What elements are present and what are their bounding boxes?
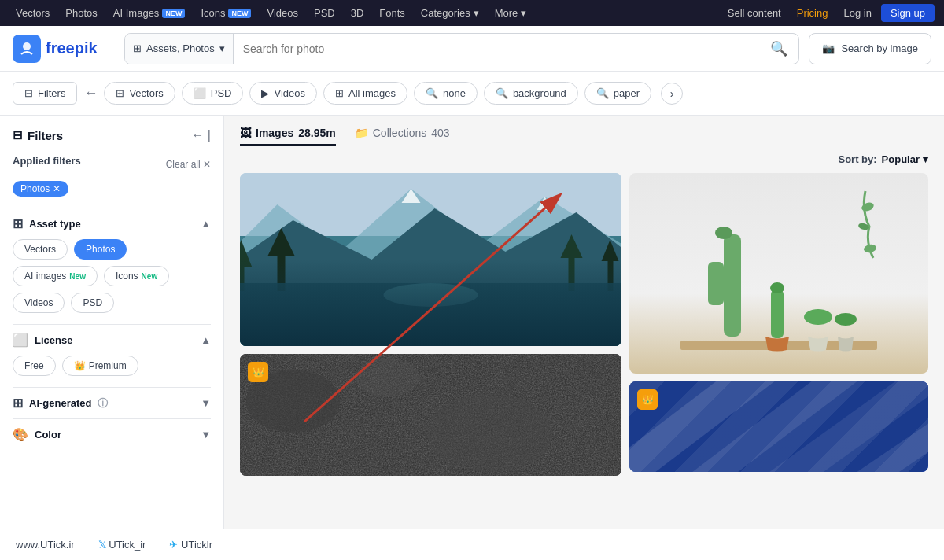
clear-all-btn[interactable]: Clear all ✕ xyxy=(166,159,211,170)
svg-rect-13 xyxy=(240,283,621,346)
svg-rect-2 xyxy=(240,236,621,346)
svg-marker-8 xyxy=(268,228,295,256)
collections-tab[interactable]: 📁 Collections 403 xyxy=(355,127,450,146)
photos-btn[interactable]: Photos xyxy=(74,239,127,260)
nav-item-more[interactable]: More ▾ xyxy=(489,4,533,22)
filter-chip-vectors[interactable]: ⊞ Vectors xyxy=(104,82,175,105)
sort-value-text: Popular xyxy=(882,153,920,165)
sort-value[interactable]: Popular ▾ xyxy=(882,153,928,165)
license-buttons: Free 👑 Premium xyxy=(13,356,211,387)
color-header[interactable]: 🎨 Color ▼ xyxy=(13,418,211,450)
photos-chip[interactable]: Photos ✕ xyxy=(13,181,68,197)
search-icon-btn[interactable]: 🔍 xyxy=(759,34,798,64)
nav-item-categories[interactable]: Categories ▾ xyxy=(415,4,485,22)
sort-row: Sort by: Popular ▾ xyxy=(224,153,944,173)
filter-chip-psd[interactable]: ⬜ PSD xyxy=(182,82,244,105)
ai-gen-label: AI-generated xyxy=(29,397,91,409)
license-header[interactable]: ⬜ License ▲ xyxy=(13,324,211,356)
svg-rect-17 xyxy=(240,354,621,476)
vectors-chip-label: Vectors xyxy=(129,87,163,99)
filters-label: Filters xyxy=(38,87,65,99)
images-tab[interactable]: 🖼 Images 28.95m xyxy=(240,127,336,146)
collections-tab-icon: 📁 xyxy=(355,127,368,139)
twitter-label: UTick_ir xyxy=(109,539,146,551)
logo-icon xyxy=(13,35,41,63)
nav-item-vectors[interactable]: Vectors xyxy=(9,4,56,22)
collections-tab-count: 403 xyxy=(431,127,449,139)
assets-icon: ⊞ xyxy=(133,42,142,54)
vectors-btn[interactable]: Vectors xyxy=(13,239,68,260)
svg-point-14 xyxy=(384,283,478,307)
dark-texture-card[interactable]: 👑 xyxy=(240,354,621,476)
content-header: 🖼 Images 28.95m 📁 Collections 403 xyxy=(224,116,944,153)
psd-chip-icon: ⬜ xyxy=(194,87,206,99)
search-input[interactable] xyxy=(234,42,760,55)
next-chips-btn[interactable]: › xyxy=(661,83,683,105)
nav-item-icons[interactable]: Icons NEW xyxy=(194,4,257,22)
asset-type-header[interactable]: ⊞ Asset type ▲ xyxy=(13,208,211,239)
asset-type-buttons: Vectors Photos AI images New Icons New V… xyxy=(13,239,211,324)
crown-icon: 👑 xyxy=(74,360,86,371)
search-bar: ⊞ Assets, Photos ▾ 🔍 xyxy=(124,33,799,64)
svg-line-38 xyxy=(826,381,928,472)
collapse-icon[interactable]: ← xyxy=(83,85,98,101)
nav-item-photos[interactable]: Photos xyxy=(59,4,103,22)
asset-type-icon: ⊞ xyxy=(13,216,23,231)
image-grid: 👑 xyxy=(224,173,944,492)
svg-point-21 xyxy=(427,393,553,472)
search-dropdown[interactable]: ⊞ Assets, Photos ▾ xyxy=(125,34,234,64)
sell-content-link[interactable]: Sell content xyxy=(721,4,787,22)
telegram-icon: ✈ xyxy=(169,539,178,551)
sidebar: ⊟ Filters ← | Applied filters Clear all … xyxy=(0,116,224,560)
icons-btn[interactable]: Icons New xyxy=(104,266,169,286)
site-header: freepik ⊞ Assets, Photos ▾ 🔍 📷 Search by… xyxy=(0,26,944,72)
signup-button[interactable]: Sign up xyxy=(881,4,935,22)
sliders-icon: ⊟ xyxy=(24,87,33,99)
sidebar-collapse-btn[interactable]: ← | xyxy=(191,128,211,142)
free-btn[interactable]: Free xyxy=(13,356,56,376)
filter-chip-paper[interactable]: 🔍 paper xyxy=(584,82,651,105)
more-label: More xyxy=(495,7,518,19)
nav-item-psd[interactable]: PSD xyxy=(308,4,341,22)
ai-generated-header[interactable]: ⊞ AI-generated ⓘ ▼ xyxy=(13,387,211,418)
ai-gen-chevron-icon: ▼ xyxy=(201,397,211,409)
videos-btn[interactable]: Videos xyxy=(13,293,65,313)
videos-chip-icon: ▶ xyxy=(261,87,269,99)
logo-text: freepik xyxy=(46,39,98,57)
premium-btn[interactable]: 👑 Premium xyxy=(62,356,138,376)
filters-toggle[interactable]: ⊟ Filters xyxy=(13,82,77,105)
svg-marker-10 xyxy=(561,234,583,258)
nav-item-ai-images[interactable]: AI Images NEW xyxy=(107,4,192,22)
premium-badge-dark: 👑 xyxy=(248,362,268,382)
svg-point-29 xyxy=(804,309,832,325)
ai-images-btn[interactable]: AI images New xyxy=(13,266,98,286)
logo[interactable]: freepik xyxy=(13,35,115,63)
search-by-image-btn[interactable]: 📷 Search by image xyxy=(809,33,931,64)
sort-chevron-icon: ▾ xyxy=(923,153,928,165)
filter-chip-background[interactable]: 🔍 background xyxy=(484,82,578,105)
nav-item-fonts[interactable]: Fonts xyxy=(373,4,411,22)
dropdown-chevron-icon: ▾ xyxy=(219,42,225,54)
svg-rect-19 xyxy=(240,354,621,476)
filter-bar: ⊟ Filters ← ⊞ Vectors ⬜ PSD ▶ Videos ⊞ A… xyxy=(0,72,944,116)
svg-rect-25 xyxy=(708,262,724,305)
pricing-link[interactable]: Pricing xyxy=(791,4,835,22)
psd-btn[interactable]: PSD xyxy=(71,293,114,313)
svg-point-30 xyxy=(835,313,857,326)
svg-point-0 xyxy=(23,42,31,50)
svg-point-31 xyxy=(861,201,875,212)
cactus-card[interactable] xyxy=(629,173,928,374)
nav-item-3d[interactable]: 3D xyxy=(345,4,371,22)
svg-point-33 xyxy=(863,243,876,253)
svg-point-20 xyxy=(246,370,341,433)
mountain-lake-card[interactable] xyxy=(240,173,621,346)
ai-gen-icon: ⊞ xyxy=(13,396,23,411)
svg-rect-11 xyxy=(608,252,614,291)
filter-chip-videos[interactable]: ▶ Videos xyxy=(249,82,317,105)
login-button[interactable]: Log in xyxy=(837,4,877,22)
svg-marker-6 xyxy=(240,240,253,267)
filter-chip-all-images[interactable]: ⊞ All images xyxy=(323,82,407,105)
nav-item-videos[interactable]: Videos xyxy=(260,4,304,22)
filter-chip-none[interactable]: 🔍 none xyxy=(414,82,478,105)
blue-diagonal-card[interactable]: 👑 xyxy=(629,381,928,472)
